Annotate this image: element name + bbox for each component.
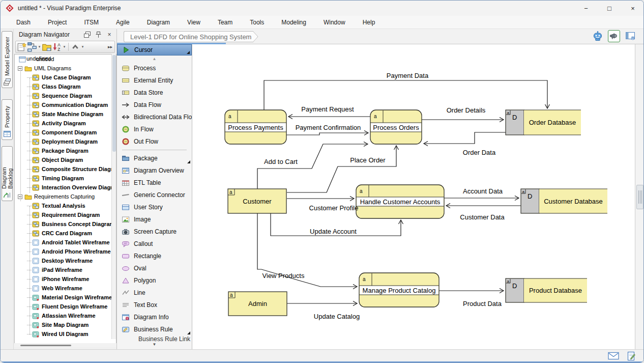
menu-item-agile[interactable]: Agile bbox=[107, 17, 138, 28]
breadcrumb-chevron-icon bbox=[253, 31, 260, 42]
palette-tool-process[interactable]: Process bbox=[117, 62, 192, 74]
close-icon[interactable]: × bbox=[105, 31, 113, 38]
group-by-dropdown-icon[interactable]: ▾ bbox=[37, 45, 42, 49]
canvas-vertical-scrollbar-thumb[interactable] bbox=[636, 185, 643, 209]
palette-tool-out-flow[interactable]: Out Flow bbox=[117, 135, 192, 148]
new-diagram-icon[interactable] bbox=[17, 42, 27, 52]
palette-tool-cursor[interactable]: Cursor bbox=[117, 44, 192, 55]
palette-tool-label: ETL Table bbox=[134, 179, 161, 186]
process-orders[interactable]: aProcess Orders bbox=[370, 110, 422, 144]
float-icon[interactable] bbox=[83, 31, 91, 38]
palette-tool-oval[interactable]: Oval bbox=[117, 262, 192, 274]
node-marker: a bbox=[228, 114, 231, 119]
palette-tool-screen-capture[interactable]: Screen Capture bbox=[117, 226, 192, 238]
palette-tool-package[interactable]: Package bbox=[117, 152, 192, 164]
tree-folder-requirements-capturing[interactable]: Requirements Capturing bbox=[15, 192, 116, 201]
menu-item-modeling[interactable]: Modeling bbox=[273, 17, 315, 28]
tree-folder-uml-diagrams[interactable]: UML Diagrams bbox=[15, 64, 116, 73]
teal-diagram-icon bbox=[32, 312, 40, 320]
palette-tool-image[interactable]: Image bbox=[117, 213, 192, 226]
side-tab-property[interactable]: Property bbox=[2, 99, 13, 140]
manage-product-catalog[interactable]: aManage Product Catalog bbox=[359, 273, 439, 307]
palette-tool-business-rule-link[interactable]: Business Rule Link bbox=[117, 336, 192, 341]
palette-scroll-up-icon[interactable]: ▲ bbox=[117, 55, 192, 62]
customer[interactable]: aCustomer bbox=[228, 189, 286, 213]
tree-label: Material Design Wireframe bbox=[42, 294, 112, 300]
menu-item-diagram[interactable]: Diagram bbox=[138, 17, 179, 28]
palette-tool-bidirectional-data-flow[interactable]: Bidirectional Data Flow bbox=[117, 111, 192, 123]
collapse-dropdown-icon[interactable]: ▾ bbox=[80, 45, 85, 49]
menu-item-project[interactable]: Project bbox=[39, 17, 75, 28]
palette-tool-in-flow[interactable]: In Flow bbox=[117, 123, 192, 135]
node-marker: a bbox=[363, 276, 366, 282]
sort-dropdown-icon[interactable]: ▾ bbox=[62, 45, 67, 49]
palette-tool-text-box[interactable]: Text Box bbox=[117, 299, 192, 311]
palette-tool-diagram-overview[interactable]: Diagram Overview bbox=[117, 164, 192, 177]
canvas-vertical-scrollbar[interactable] bbox=[635, 44, 644, 349]
palette-scroll-down-icon[interactable]: ▼ bbox=[117, 341, 192, 348]
tree-horizontal-scrollbar-thumb[interactable] bbox=[20, 345, 71, 346]
edit-note-icon[interactable] bbox=[626, 351, 637, 361]
menu-item-tools[interactable]: Tools bbox=[241, 17, 273, 28]
group-by-icon[interactable] bbox=[27, 42, 37, 52]
handle-customer-accounts[interactable]: aHandle Customer Accounts bbox=[356, 185, 444, 218]
pin-icon[interactable] bbox=[94, 31, 102, 38]
tree-label: State Machine Diagram bbox=[42, 111, 103, 117]
menu-item-team[interactable]: Team bbox=[209, 17, 241, 28]
palette-tool-rectangle[interactable]: Rectangle bbox=[117, 250, 192, 262]
toolbar-overflow-icon[interactable]: ▸▸ bbox=[108, 44, 113, 49]
tree-vertical-scrollbar-thumb[interactable] bbox=[112, 55, 116, 152]
diagram-info-tool-icon bbox=[122, 313, 130, 321]
announcement-icon[interactable] bbox=[608, 30, 620, 42]
side-tab-diagram-backlog[interactable]: Diagram Backlog bbox=[2, 146, 13, 201]
palette-tool-line[interactable]: Line bbox=[117, 287, 192, 299]
process-payments[interactable]: aProcess Payments bbox=[225, 110, 286, 144]
palette-tool-etl-table[interactable]: ETL Table bbox=[117, 177, 192, 189]
maximize-button[interactable]: □ bbox=[598, 1, 621, 16]
tree-vertical-scrollbar[interactable] bbox=[111, 54, 116, 339]
minimize-button[interactable]: − bbox=[574, 1, 598, 16]
flow-label: Payment Confirmation bbox=[296, 124, 361, 131]
palette-tool-data-store[interactable]: Data Store bbox=[117, 87, 192, 99]
menu-item-help[interactable]: Help bbox=[354, 17, 384, 28]
diagram-overview-tool-icon bbox=[122, 166, 130, 175]
message-icon[interactable] bbox=[608, 351, 619, 361]
collapse-icon[interactable] bbox=[70, 42, 80, 52]
order-database[interactable]: aDOrder Database bbox=[506, 110, 581, 135]
sort-icon[interactable]: AZ bbox=[52, 42, 62, 52]
menu-item-view[interactable]: View bbox=[179, 17, 209, 28]
palette-tool-generic-connector[interactable]: Generic Connector bbox=[117, 189, 192, 201]
uml-diagram-icon bbox=[32, 230, 40, 237]
uml-diagram-icon bbox=[32, 138, 40, 146]
menu-item-dash[interactable]: Dash bbox=[8, 17, 39, 28]
menu-item-window[interactable]: Window bbox=[315, 17, 354, 28]
palette-tool-label: Callout bbox=[134, 240, 153, 247]
side-tab-label: Model Explorer bbox=[4, 35, 10, 76]
flow-order-data[interactable] bbox=[424, 132, 506, 144]
palette-tool-callout[interactable]: Callout bbox=[117, 238, 192, 250]
node-label: Process Orders bbox=[373, 124, 419, 131]
palette-tool-polygon[interactable]: Polygon bbox=[117, 274, 192, 287]
tree-horizontal-scrollbar[interactable] bbox=[14, 343, 116, 347]
palette-tool-business-rule[interactable]: Business Rule bbox=[117, 323, 192, 336]
close-button[interactable]: × bbox=[621, 1, 644, 16]
tree-item-untitled[interactable]: undefineduntitled bbox=[15, 54, 116, 64]
palette-tool-user-story[interactable]: User Story bbox=[117, 201, 192, 213]
ai-assistant-icon[interactable] bbox=[592, 30, 604, 42]
palette-tool-data-flow[interactable]: Data Flow bbox=[117, 99, 192, 111]
open-folder-icon[interactable] bbox=[42, 42, 52, 52]
panel-layout-icon[interactable] bbox=[624, 30, 636, 42]
menu-item-itsm[interactable]: ITSM bbox=[75, 17, 107, 28]
admin[interactable]: aAdmin bbox=[228, 292, 287, 316]
diagram-canvas[interactable]: aProcess PaymentsaProcess OrdersaDOrder … bbox=[192, 44, 635, 349]
flow-payment-confirmation[interactable] bbox=[286, 133, 368, 135]
breadcrumb[interactable]: Level-1 DFD for Online Shopping System bbox=[124, 31, 253, 42]
palette-tool-label: Screen Capture bbox=[134, 228, 177, 235]
palette-tool-diagram-info[interactable]: Diagram Info bbox=[117, 311, 192, 323]
tree-label: Atlassian Wireframe bbox=[42, 313, 96, 319]
customer-database[interactable]: aDCustomer Database bbox=[521, 189, 607, 213]
side-tab-model-explorer[interactable]: Model Explorer bbox=[2, 31, 13, 88]
product-database[interactable]: aDProduct Database bbox=[506, 278, 587, 302]
palette-tool-external-entity[interactable]: External Entity bbox=[117, 74, 192, 87]
flow-label: Update Catalog bbox=[314, 313, 360, 320]
